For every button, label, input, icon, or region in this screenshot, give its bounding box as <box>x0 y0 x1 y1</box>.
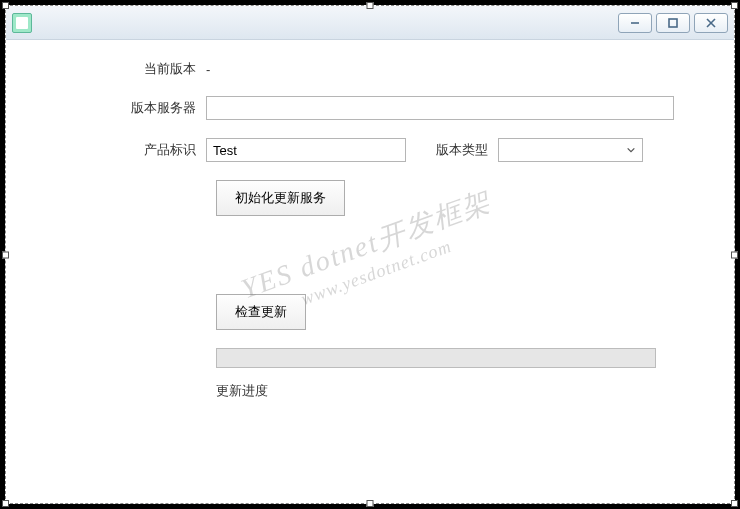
resize-handle-top-right[interactable] <box>731 2 738 9</box>
minimize-icon <box>629 17 641 29</box>
resize-handle-top-left[interactable] <box>2 2 9 9</box>
server-label: 版本服务器 <box>46 99 206 117</box>
version-type-combobox[interactable] <box>498 138 643 162</box>
close-button[interactable] <box>694 13 728 33</box>
progress-bar <box>216 348 656 368</box>
titlebar[interactable] <box>6 6 734 40</box>
client-area: 当前版本 - 版本服务器 产品标识 版本类型 初始化更新服务 检查更新 更新进度 <box>6 40 734 420</box>
resize-handle-bottom-middle[interactable] <box>367 500 374 507</box>
product-row: 产品标识 版本类型 <box>46 138 674 162</box>
product-id-input[interactable] <box>206 138 406 162</box>
close-icon <box>705 17 717 29</box>
progress-label: 更新进度 <box>216 382 674 400</box>
version-type-label: 版本类型 <box>436 141 498 159</box>
chevron-down-icon <box>626 145 636 155</box>
server-row: 版本服务器 <box>46 96 674 120</box>
current-version-value: - <box>206 62 210 77</box>
maximize-icon <box>667 17 679 29</box>
resize-handle-top-middle[interactable] <box>367 2 374 9</box>
check-update-button[interactable]: 检查更新 <box>216 294 306 330</box>
svg-rect-1 <box>669 19 677 27</box>
designer-selection-frame: 当前版本 - 版本服务器 产品标识 版本类型 初始化更新服务 检查更新 更新进度 <box>5 5 735 504</box>
window-controls <box>618 13 728 33</box>
init-update-service-button[interactable]: 初始化更新服务 <box>216 180 345 216</box>
current-version-label: 当前版本 <box>46 60 206 78</box>
resize-handle-middle-left[interactable] <box>2 251 9 258</box>
minimize-button[interactable] <box>618 13 652 33</box>
maximize-button[interactable] <box>656 13 690 33</box>
init-button-row: 初始化更新服务 <box>46 180 674 216</box>
resize-handle-bottom-right[interactable] <box>731 500 738 507</box>
resize-handle-middle-right[interactable] <box>731 251 738 258</box>
app-icon <box>12 13 32 33</box>
spacer <box>46 234 674 294</box>
server-input[interactable] <box>206 96 674 120</box>
resize-handle-bottom-left[interactable] <box>2 500 9 507</box>
check-button-row: 检查更新 <box>46 294 674 330</box>
product-id-label: 产品标识 <box>46 141 206 159</box>
current-version-row: 当前版本 - <box>46 60 674 78</box>
